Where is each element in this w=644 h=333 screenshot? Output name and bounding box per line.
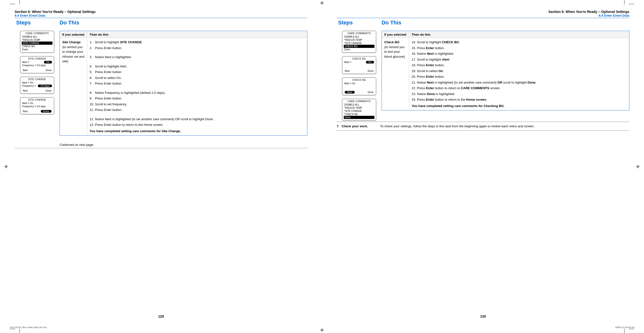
list-item: *INSULIN TEMP bbox=[22, 38, 52, 42]
step-item: 7.Press Enter button. bbox=[90, 81, 305, 86]
device-screen-care-comments: CARE COMMENTS DISABLE ALL *INSULIN TEMP … bbox=[20, 31, 54, 53]
device-screen-care-comments: CARE COMMENTS DISABLE ALL *INSULIN TEMP … bbox=[342, 31, 376, 53]
list-item-selected: Done bbox=[344, 116, 374, 119]
label: Alert = bbox=[344, 61, 351, 64]
step-item: 2.Press Enter button. bbox=[90, 46, 305, 51]
divider bbox=[337, 18, 629, 18]
label: Alert = On bbox=[22, 81, 33, 84]
step-7-row: 7.Check your work. To check your setting… bbox=[337, 124, 629, 128]
instructions-table: If you selected Then do this Site Change… bbox=[60, 31, 307, 136]
steps-cell: 14.Scroll to highlight CHECK BG. 15.Pres… bbox=[410, 38, 628, 110]
device-screen-site-change-alert: SITE CHANGE Alert = On Frequency = 3.0 d… bbox=[20, 56, 54, 73]
step-item: 8.Notice Frequency is highlighted (defau… bbox=[90, 90, 305, 95]
th-then-do: Then do this bbox=[410, 32, 628, 38]
device-screen-site-change-done: SITE CHANGE Alert = On Frequency = 3.0 d… bbox=[20, 97, 54, 114]
th-then-do: Then do this bbox=[88, 32, 306, 38]
screens-column: CARE COMMENTS DISABLE ALL *INSULIN TEMP … bbox=[337, 31, 382, 121]
step-item: 19.Scroll to select On. bbox=[412, 69, 627, 74]
screen-title: SITE CHANGE bbox=[20, 99, 54, 101]
list-item: Done bbox=[344, 48, 374, 51]
screen-title: CARE COMMENTS bbox=[342, 32, 376, 35]
button-label: Done bbox=[368, 91, 374, 94]
list-item: DISABLE ALL bbox=[344, 35, 374, 38]
label: Frequency = bbox=[22, 85, 36, 87]
value-pill: 3.0 days bbox=[38, 85, 52, 87]
value-pill: On bbox=[44, 61, 52, 64]
step-item: 5.Press Enter button. bbox=[90, 70, 305, 75]
page-number: 129 bbox=[158, 314, 164, 318]
step-item: 6.Scroll to select On. bbox=[90, 76, 305, 80]
divider bbox=[337, 130, 629, 131]
page-number: 130 bbox=[480, 314, 486, 318]
slug-timestamp: 2/9/09 11:29:46 AM bbox=[615, 326, 634, 328]
step-label: Check your work. bbox=[342, 124, 368, 128]
button-label-selected: Done bbox=[41, 110, 52, 113]
list-item: DISABLE ALL bbox=[344, 103, 374, 106]
button-label-selected: Next bbox=[345, 91, 355, 94]
section-heading: Section 6: When You're Ready – Optional … bbox=[337, 10, 629, 14]
step-item: 11.Press Enter button. bbox=[90, 108, 305, 112]
list-item: DISABLE ALL bbox=[22, 35, 52, 38]
step-item: 23.Notice Done is highlighted. bbox=[412, 92, 627, 97]
step-item: 13.Press Enter button to return to the H… bbox=[90, 122, 305, 127]
do-this-heading: Do This bbox=[382, 20, 401, 26]
step-number: 7. bbox=[337, 124, 342, 128]
value-pill: On bbox=[366, 61, 374, 64]
divider bbox=[15, 18, 307, 18]
screen-title: CHECK BG bbox=[342, 57, 376, 60]
step-item: 21.Notice Next is highlighted (to set an… bbox=[412, 80, 627, 85]
device-screen-care-comments-done: CARE COMMENTS DISABLE ALL *INSULIN TEMP … bbox=[342, 99, 376, 121]
steps-heading: Steps bbox=[16, 20, 60, 26]
list-item-selected: CHECK BG bbox=[344, 45, 374, 48]
button-label: Done bbox=[46, 69, 52, 72]
list-item: *CHECK BG bbox=[344, 113, 374, 116]
list-item: *INSULIN TEMP bbox=[344, 106, 374, 109]
section-heading: Section 6: When You're Ready – Optional … bbox=[15, 10, 307, 14]
step-item: 17.Scroll to highlight Alert. bbox=[412, 57, 627, 62]
label: Frequency = 3.0 days bbox=[22, 64, 46, 67]
device-screen-check-bg-alert: CHECK BG Alert = On Next Done bbox=[342, 56, 376, 74]
list-item: Done bbox=[22, 48, 52, 51]
instructions-table: If you selected Then do this Check BG (t… bbox=[382, 31, 629, 110]
screen-title: SITE CHANGE bbox=[20, 78, 54, 81]
step-item: 22.Press Enter button to return to CARE … bbox=[412, 86, 627, 91]
divider bbox=[15, 148, 307, 148]
label: Alert = On bbox=[344, 82, 355, 85]
section-sub: 6.4 Enter Event Data bbox=[15, 14, 307, 17]
button-label: Next bbox=[23, 110, 28, 113]
screen-title: SITE CHANGE bbox=[20, 57, 54, 60]
step-item: 4.Scroll to highlight Alert. bbox=[90, 64, 305, 69]
do-this-heading: Do This bbox=[60, 20, 79, 26]
page-left: Section 6: When You're Ready – Optional … bbox=[0, 0, 322, 333]
step-item: 15.Press Enter button. bbox=[412, 46, 627, 51]
step-item: 9.Press Enter button. bbox=[90, 96, 305, 101]
step-item: 1.Scroll to highlight SITE CHANGE. bbox=[90, 40, 305, 45]
button-label: Next bbox=[345, 70, 350, 72]
list-item: *SITE CHANGE bbox=[344, 109, 374, 113]
button-label: Done bbox=[368, 70, 374, 72]
page-right: Section 6: When You're Ready – Optional … bbox=[322, 0, 644, 333]
screens-column: CARE COMMENTS DISABLE ALL *INSULIN TEMP … bbox=[15, 31, 60, 136]
button-label: Done bbox=[46, 89, 52, 92]
screen-title: CARE COMMENTS bbox=[20, 32, 54, 35]
th-if-selected: If you selected bbox=[60, 32, 87, 38]
button-label: Next bbox=[23, 69, 28, 72]
step-item: 12.Notice Next is highlighted (to set an… bbox=[90, 117, 305, 122]
step-item: 20.Press Enter button. bbox=[412, 74, 627, 79]
selection-cell: Check BG (to remind you to test your blo… bbox=[382, 38, 409, 110]
completion-text: You have completed setting care comments… bbox=[90, 129, 305, 134]
step-item: 10.Scroll to set frequency. bbox=[90, 102, 305, 107]
completion-text: You have completed setting care comments… bbox=[412, 104, 627, 109]
divider bbox=[337, 122, 629, 122]
label: Frequency = 3.0 days bbox=[22, 105, 46, 108]
selection-desc: (to remind you to test your blood glucos… bbox=[384, 45, 405, 58]
step-item: 18.Press Enter button. bbox=[412, 63, 627, 68]
list-item-selected: SITE CHANGE bbox=[22, 42, 52, 45]
step-item: 16.Notice Next is highlighted. bbox=[412, 51, 627, 56]
continued-label: Continued on next page. bbox=[60, 143, 307, 147]
selection-title: Site Change bbox=[62, 40, 80, 44]
screen-title: CARE COMMENTS bbox=[342, 100, 376, 103]
steps-cell: 1.Scroll to highlight SITE CHANGE.2.Pres… bbox=[88, 38, 306, 135]
screen-title: CHECK BG bbox=[342, 79, 376, 81]
label: Alert = On bbox=[22, 102, 33, 105]
